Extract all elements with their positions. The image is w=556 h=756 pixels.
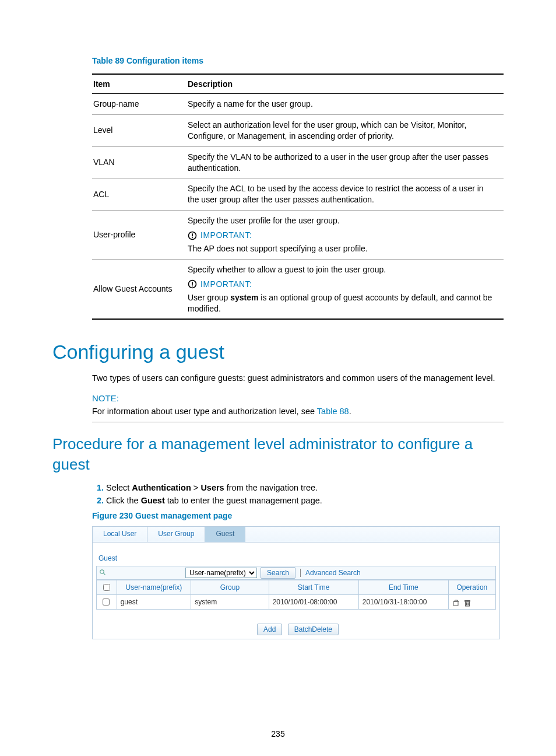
cell-desc: Specify the ACL to be used by the access… (186, 178, 504, 211)
text: . (349, 407, 351, 416)
cell-item: Group-name (92, 94, 186, 115)
table-row: Level Select an authorization level for … (92, 114, 504, 146)
note-label: NOTE: (92, 393, 504, 403)
cell-item: User-profile (92, 211, 186, 260)
table-row: Group-name Specify a name for the user g… (92, 94, 504, 115)
step-item: Select Authentication > Users from the n… (106, 483, 504, 492)
bold-text: Authentication (132, 483, 191, 492)
cell-item: VLAN (92, 146, 186, 178)
cell-group: system (191, 595, 269, 610)
text: User group (188, 293, 230, 302)
advanced-search-link[interactable]: Advanced Search (300, 569, 361, 577)
desc-line: Specify whether to allow a guest to join… (188, 264, 497, 275)
th-checkbox (97, 580, 117, 595)
desc-line: User group system is an optional group o… (188, 292, 497, 314)
svg-rect-8 (453, 601, 458, 606)
cell-start: 2010/10/01-08:00:00 (269, 595, 358, 610)
th-start[interactable]: Start Time (269, 580, 358, 595)
th-item: Item (92, 74, 186, 94)
select-all-checkbox[interactable] (103, 584, 110, 591)
guest-table: User-name(prefix) Group Start Time End T… (96, 580, 496, 610)
config-table: Item Description Group-name Specify a na… (92, 74, 504, 320)
delete-icon[interactable] (464, 598, 471, 606)
cell-desc: Specify a name for the user group. (186, 94, 504, 115)
search-field-select[interactable]: User-name(prefix) (185, 568, 257, 578)
bold-text: system (230, 293, 258, 302)
step-item: Click the Guest tab to enter the guest m… (106, 496, 504, 505)
text: Click the (106, 496, 141, 505)
cell-desc: Specify the user profile for the user gr… (186, 211, 504, 260)
cell-operation (448, 595, 495, 610)
search-bar: User-name(prefix) Search Advanced Search (96, 566, 496, 580)
row-checkbox[interactable] (103, 598, 110, 606)
table-row: Allow Guest Accounts Specify whether to … (92, 259, 504, 319)
cell-checkbox (97, 595, 117, 610)
steps-list: Select Authentication > Users from the n… (92, 483, 504, 505)
search-button[interactable]: Search (261, 567, 295, 579)
edit-icon[interactable] (452, 598, 462, 606)
guest-management-ui: Local User User Group Guest Guest User-n… (92, 526, 500, 639)
svg-line-7 (104, 573, 105, 575)
page-number: 235 (0, 729, 556, 738)
table-row: ACL Specify the ACL to be used by the ac… (92, 178, 504, 211)
figure-caption: Figure 230 Guest management page (92, 511, 504, 520)
th-group[interactable]: Group (191, 580, 269, 595)
important-label: IMPORTANT: (200, 279, 252, 290)
cell-end: 2010/10/31-18:00:00 (358, 595, 448, 610)
cell-desc: Specify whether to allow a guest to join… (186, 259, 504, 319)
important-icon (188, 279, 197, 289)
text: from the navigation tree. (224, 483, 318, 492)
table-row: guest system 2010/10/01-08:00:00 2010/10… (97, 595, 496, 610)
note-text: For information about user type and auth… (92, 407, 504, 416)
batch-delete-button[interactable]: BatchDelete (288, 624, 339, 635)
table-reference-link[interactable]: Table 88 (317, 407, 349, 416)
tab-guest[interactable]: Guest (205, 527, 245, 542)
bold-text: Users (200, 483, 224, 492)
add-button[interactable]: Add (257, 624, 282, 635)
cell-desc: Specify the VLAN to be authorized to a u… (186, 146, 504, 178)
desc-line: Specify the user profile for the user gr… (188, 215, 497, 226)
table-row: VLAN Specify the VLAN to be authorized t… (92, 146, 504, 178)
important-icon (188, 231, 197, 240)
svg-point-5 (192, 286, 193, 287)
cell-username: guest (117, 595, 191, 610)
text: For information about user type and auth… (92, 407, 317, 416)
search-icon (97, 569, 108, 577)
subsection-heading: Procedure for a management level adminis… (52, 434, 504, 475)
table-row: User-profile Specify the user profile fo… (92, 211, 504, 260)
search-input[interactable] (108, 568, 184, 578)
cell-desc: Select an authorization level for the us… (186, 114, 504, 146)
important-label: IMPORTANT: (200, 230, 252, 241)
section-heading: Configuring a guest (52, 341, 504, 363)
note-block: NOTE: For information about user type an… (92, 393, 504, 422)
tab-user-group[interactable]: User Group (147, 527, 205, 542)
intro-text: Two types of users can configure guests:… (92, 372, 504, 384)
table-caption: Table 89 Configuration items (92, 56, 504, 65)
th-username[interactable]: User-name(prefix) (117, 580, 191, 595)
th-end[interactable]: End Time (358, 580, 448, 595)
text: tab to enter the guest management page. (165, 496, 322, 505)
th-operation: Operation (448, 580, 495, 595)
cell-item: Allow Guest Accounts (92, 259, 186, 319)
cell-item: Level (92, 114, 186, 146)
bold-text: Guest (141, 496, 165, 505)
panel-title: Guest (98, 554, 496, 562)
svg-point-2 (192, 237, 193, 238)
cell-item: ACL (92, 178, 186, 211)
desc-line: The AP does not support specifying a use… (188, 243, 497, 254)
text: > (191, 483, 201, 492)
svg-rect-13 (465, 600, 470, 601)
tab-local-user[interactable]: Local User (93, 527, 147, 542)
th-desc: Description (186, 74, 504, 94)
button-row: Add BatchDelete (96, 624, 496, 635)
svg-point-6 (100, 570, 104, 573)
tab-row: Local User User Group Guest (93, 527, 499, 542)
text: Select (106, 483, 132, 492)
